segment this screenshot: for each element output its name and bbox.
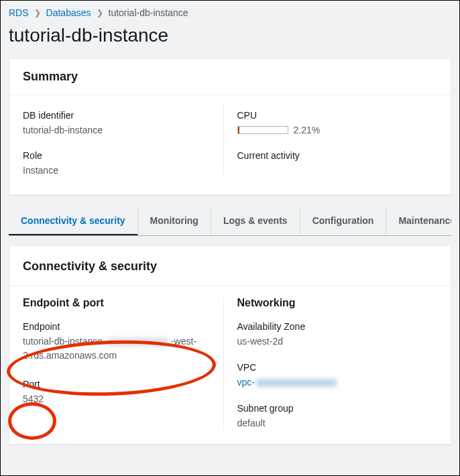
endpoint-label: Endpoint [23,321,210,332]
chevron-right-icon: ❯ [97,8,103,17]
role-value: Instance [23,165,210,176]
vpc-label: VPC [237,362,424,373]
tab-configuration[interactable]: Configuration [300,207,387,235]
tab-logs-events[interactable]: Logs & events [211,207,300,235]
vpc-value[interactable]: vpc- [237,375,424,390]
db-identifier-value: tutorial-db-instance [23,125,210,135]
redacted-segment [256,379,337,387]
availability-zone-value: us-west-2d [237,335,424,349]
vpc-link[interactable]: vpc- [237,377,255,388]
summary-card: Summary DB identifier tutorial-db-instan… [9,58,451,195]
tab-maintenance[interactable]: Maintenance [386,207,451,235]
breadcrumb-databases[interactable]: Databases [46,7,91,18]
breadcrumb-rds[interactable]: RDS [9,7,29,18]
breadcrumb: RDS ❯ Databases ❯ tutorial-db-instance [9,1,451,22]
connectivity-heading: Connectivity & security [23,259,437,274]
cpu-value: 2.21% [294,125,321,135]
availability-zone-label: Availability Zone [237,321,424,332]
redacted-segment [108,338,168,346]
tab-monitoring[interactable]: Monitoring [138,207,211,235]
tab-connectivity-security[interactable]: Connectivity & security [9,207,138,236]
subnet-group-label: Subnet group [237,403,424,414]
chevron-right-icon: ❯ [34,8,41,17]
current-activity-label: Current activity [237,150,424,161]
connectivity-security-card: Connectivity & security Endpoint & port … [9,245,451,444]
networking-heading: Networking [237,297,424,309]
endpoint-port-heading: Endpoint & port [23,297,210,309]
subnet-group-value: default [237,416,424,430]
port-value: 5432 [23,392,210,406]
cpu-progress-bar [237,126,288,134]
detail-tabs: Connectivity & security Monitoring Logs … [9,207,451,236]
db-identifier-label: DB identifier [23,110,210,121]
endpoint-value: tutorial-db-instance.-west-2.rds.amazona… [23,335,210,363]
page-title: tutorial-db-instance [9,25,451,46]
breadcrumb-current: tutorial-db-instance [109,7,188,18]
role-label: Role [23,150,210,161]
cpu-label: CPU [237,110,424,121]
summary-heading: Summary [23,70,437,84]
port-label: Port [23,379,210,390]
